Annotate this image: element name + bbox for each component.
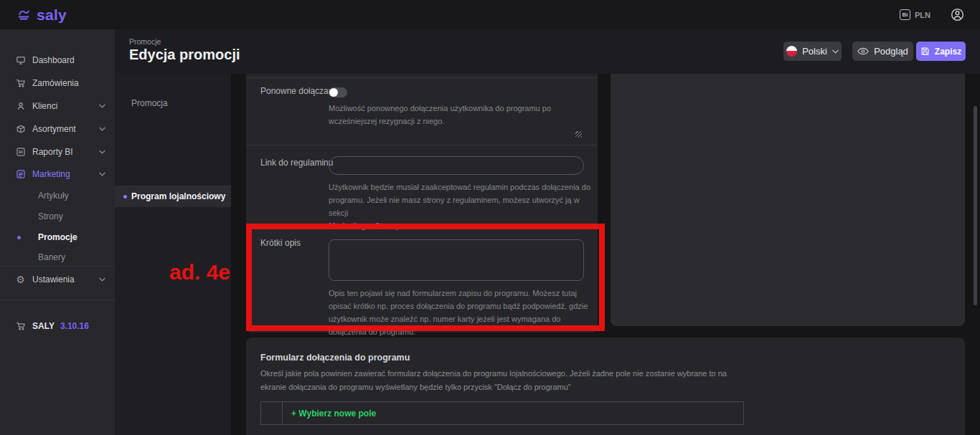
marketing-pages-link[interactable]: Marketing > Strony	[329, 219, 595, 232]
marketing-icon	[15, 169, 26, 179]
active-dot	[123, 195, 127, 199]
drag-handle-cell	[261, 402, 283, 424]
sidebar-item-label: Ustawienia	[32, 274, 75, 285]
sidebar-item-dashboard[interactable]: Dashboard	[0, 54, 115, 66]
sidebar-item-label: Zamówienia	[32, 78, 79, 88]
terms-description: Użytkownik będzie musiał zaakceptować re…	[329, 181, 595, 232]
subnav-item-promotion[interactable]: Promocja	[115, 92, 231, 114]
rejoin-toggle[interactable]	[329, 87, 347, 97]
join-form-title: Formularz dołączenia do programu	[260, 353, 410, 363]
loyalty-program-form: Ponowne dołączanie Możliwość ponownego d…	[246, 74, 598, 333]
gear-icon: ⚙	[15, 274, 26, 285]
language-button[interactable]: Polski	[783, 42, 842, 61]
sidebar-subitem-label: Promocje	[38, 232, 77, 242]
sidebar-item-reports-bi[interactable]: BI Raporty BI	[0, 146, 115, 158]
sidebar-footer: SALY 3.10.16	[0, 320, 115, 332]
short-description-label: Krótki opis	[260, 238, 301, 248]
chevron-down-icon	[99, 172, 105, 176]
sidebar-item-label: Asortyment	[32, 124, 76, 134]
subnav-item-label: Program lojalnościowy	[131, 191, 225, 201]
join-form-description: Określ jakie pola powinien zawierać form…	[260, 367, 743, 394]
saly-logo-icon	[17, 9, 33, 21]
sidebar-item-assortment[interactable]: Asortyment	[0, 123, 115, 135]
sidebar-subitem-promotions[interactable]: Promocje	[0, 231, 115, 243]
terms-link-input[interactable]	[329, 156, 584, 175]
page-header: Promocje Edycja promocji Polski Podgląd …	[115, 29, 980, 74]
breadcrumb: Promocje	[129, 37, 161, 46]
chevron-down-icon	[99, 127, 105, 131]
rejoin-description: Możliwość ponownego dołączenia użytkowni…	[329, 102, 595, 128]
currency-selector[interactable]: Bi PLN	[900, 9, 930, 20]
chevron-down-icon	[99, 150, 105, 154]
chevron-down-icon	[99, 277, 105, 282]
app-name: SALY	[32, 321, 55, 331]
short-description-textarea[interactable]	[329, 239, 584, 281]
right-panel	[611, 74, 965, 326]
svg-text:BI: BI	[19, 150, 23, 154]
box-icon	[15, 124, 26, 134]
chevron-down-icon	[99, 104, 105, 108]
poland-flag-icon	[786, 46, 797, 57]
subnav-item-loyalty-program[interactable]: Program lojalnościowy	[115, 186, 231, 207]
preview-button-label: Podgląd	[874, 46, 908, 57]
promotion-subnav: Promocja Program lojalnościowy	[115, 74, 231, 435]
preview-button[interactable]: Podgląd	[852, 42, 913, 61]
annotation-text: ad. 4e	[169, 260, 230, 285]
app-root: saly Bi PLN Dashboard	[0, 0, 980, 435]
sidebar-item-marketing[interactable]: Marketing	[0, 168, 115, 180]
monitor-icon	[15, 55, 26, 65]
sidebar-item-label: Klienci	[32, 101, 57, 111]
toggle-knob	[329, 88, 338, 97]
add-field-button[interactable]: + Wybierz nowe pole	[283, 402, 376, 424]
cart-icon	[15, 321, 26, 331]
bi-icon: BI	[15, 147, 26, 157]
sidebar-item-settings[interactable]: ⚙ Ustawienia	[0, 274, 115, 285]
sidebar-item-label: Dashboard	[32, 55, 75, 65]
saly-logo-text: saly	[37, 6, 67, 24]
active-dot	[17, 236, 21, 239]
join-form-section: Formularz dołączenia do programu Określ …	[246, 338, 965, 435]
chevron-down-icon	[832, 49, 839, 54]
cart-icon	[15, 78, 26, 88]
short-description-help: Opis ten pojawi się nad formularzem zapi…	[329, 287, 595, 338]
floppy-disk-icon	[920, 47, 930, 56]
language-button-label: Polski	[802, 46, 827, 57]
topbar-right: Bi PLN	[900, 0, 980, 29]
user-icon	[15, 101, 26, 111]
sidebar-subitem-banners[interactable]: Banery	[0, 252, 115, 263]
sidebar-subitem-label: Artykuły	[38, 191, 69, 201]
page-title: Edycja promocji	[129, 47, 240, 63]
divider	[0, 266, 115, 267]
sidebar-item-label: Marketing	[32, 169, 70, 179]
currency-code: PLN	[915, 11, 930, 19]
app-version: 3.10.16	[60, 321, 89, 331]
divider	[246, 77, 598, 78]
sidebar: Dashboard Zamówienia Klienci Asortyment	[0, 29, 115, 435]
resize-handle-icon[interactable]	[575, 131, 582, 138]
sidebar-subitem-pages[interactable]: Strony	[0, 211, 115, 222]
eye-icon	[857, 47, 869, 55]
vertical-scrollbar-thumb[interactable]	[974, 106, 977, 305]
sidebar-item-label: Raporty BI	[32, 147, 73, 157]
save-button[interactable]: Zapisz	[916, 42, 966, 61]
save-button-label: Zapisz	[935, 47, 961, 57]
form-fields-row: + Wybierz nowe pole	[260, 401, 744, 425]
sidebar-subitem-articles[interactable]: Artykuły	[0, 190, 115, 201]
account-icon[interactable]	[951, 8, 964, 21]
divider	[246, 145, 598, 145]
sidebar-subitem-label: Strony	[38, 211, 63, 221]
banknote-icon: Bi	[900, 9, 910, 20]
topbar: saly Bi PLN	[0, 0, 980, 29]
divider	[0, 300, 115, 300]
saly-logo[interactable]: saly	[17, 0, 67, 29]
terms-link-label: Link do regulaminu	[260, 158, 333, 168]
sidebar-item-clients[interactable]: Klienci	[0, 100, 115, 112]
subnav-item-label: Promocja	[131, 98, 168, 108]
terms-description-text: Użytkownik będzie musiał zaakceptować re…	[329, 183, 590, 217]
sidebar-subitem-label: Banery	[38, 252, 65, 262]
sidebar-item-orders[interactable]: Zamówienia	[0, 77, 115, 89]
